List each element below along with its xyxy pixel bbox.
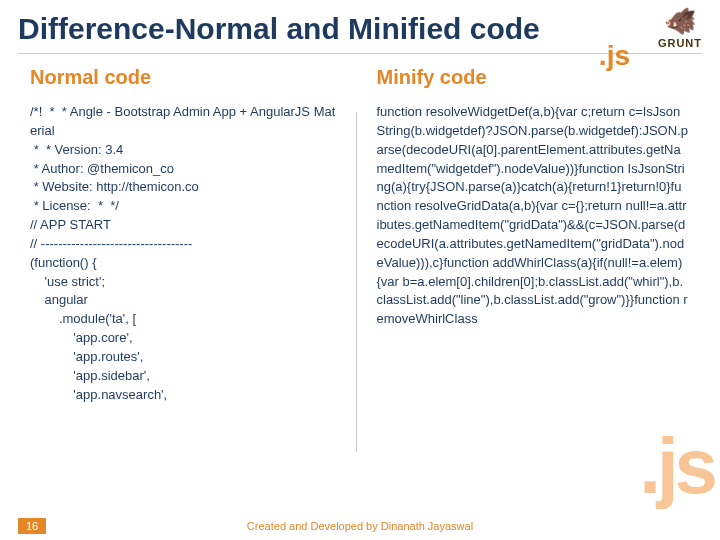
normal-code-block: /*! * * Angle - Bootstrap Admin App + An… — [30, 103, 342, 405]
header: Difference-Normal and Minified code 🐗 GR… — [0, 0, 720, 53]
columns: Normal code /*! * * Angle - Bootstrap Ad… — [0, 54, 720, 474]
minified-code-block: function resolveWidgetDef(a,b){var c;ret… — [377, 103, 689, 329]
logo-group: 🐗 GRUNT — [658, 6, 702, 49]
js-icon: .js — [599, 40, 630, 72]
warthog-icon: 🐗 — [664, 6, 696, 37]
left-column: Normal code /*! * * Angle - Bootstrap Ad… — [30, 66, 356, 474]
slide: Difference-Normal and Minified code 🐗 GR… — [0, 0, 720, 540]
grunt-logo: 🐗 GRUNT — [658, 6, 702, 49]
footer-credit: Created and Developed by Dinanath Jayasw… — [0, 520, 720, 532]
right-heading: Minify code — [377, 66, 689, 89]
left-heading: Normal code — [30, 66, 342, 89]
right-column: Minify code function resolveWidgetDef(a,… — [357, 66, 703, 474]
grunt-label: GRUNT — [658, 37, 702, 49]
